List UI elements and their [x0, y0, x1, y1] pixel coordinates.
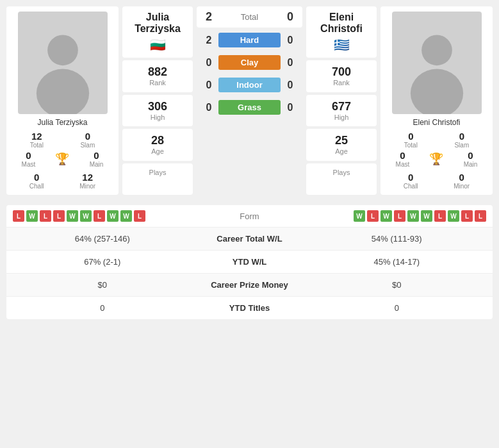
left-mast-val: 0	[22, 150, 36, 161]
form-badge-l: L	[94, 210, 105, 222]
right-high-label: High	[311, 113, 372, 121]
form-badge-w: W	[380, 210, 392, 222]
right-chall-label: Chall	[404, 183, 418, 190]
right-total-cell: 0 Total	[404, 131, 418, 149]
career-wl-right: 54% (111-93)	[307, 234, 487, 244]
form-badge-w: W	[421, 210, 432, 222]
right-stats-row-1: 0 Total 0 Slam	[386, 131, 487, 149]
titles-left: 0	[13, 303, 192, 313]
total-label: Total	[218, 12, 281, 22]
right-slam-val: 0	[454, 131, 469, 142]
right-form-badges: WLWLWWLWLL	[288, 210, 487, 222]
right-chall-val: 0	[404, 172, 418, 183]
form-row: LWLLWWLWWL Form WLWLWWLWLL	[6, 205, 493, 228]
grass-left-score: 0	[199, 102, 218, 113]
left-middle-stats: Julia Terziyska 🇧🇬 882 Rank 306 High 28 …	[122, 6, 193, 195]
right-minor-cell: 0 Minor	[454, 172, 470, 190]
left-rank-val: 882	[127, 65, 188, 79]
right-main-cell: 0 Main	[464, 150, 478, 168]
left-total-val: 12	[30, 131, 44, 142]
right-plays-label: Plays	[311, 169, 372, 176]
left-name-header: Julia Terziyska 🇧🇬	[122, 6, 193, 58]
ytd-wl-right: 45% (14-17)	[307, 257, 487, 267]
left-high-box: 306 High	[122, 95, 193, 127]
left-main-val: 0	[90, 150, 104, 161]
right-high-val: 677	[311, 100, 372, 113]
left-chall-cell: 0 Chall	[29, 172, 44, 190]
left-rank-label: Rank	[127, 79, 188, 87]
titles-label: YTD Titles	[192, 303, 307, 313]
right-age-box: 25 Age	[306, 129, 377, 161]
right-stats-row-3: 0 Chall 0 Minor	[386, 172, 487, 190]
right-slam-cell: 0 Slam	[454, 131, 469, 149]
prize-row: $0 Career Prize Money $0	[6, 274, 493, 297]
left-age-label: Age	[127, 147, 188, 155]
prize-label: Career Prize Money	[192, 280, 307, 290]
right-main-label: Main	[464, 161, 478, 168]
right-header-name: Eleni Christofi	[309, 12, 374, 35]
left-minor-val: 12	[79, 172, 95, 183]
left-flag: 🇧🇬	[125, 37, 190, 53]
left-minor-cell: 12 Minor	[79, 172, 95, 190]
left-player-name: Julia Terziyska	[38, 118, 88, 127]
titles-right: 0	[307, 303, 487, 313]
left-player-card: Julia Terziyska 12 Total 0 Slam 0 Mast	[6, 6, 119, 195]
indoor-left-score: 0	[199, 79, 218, 91]
indoor-row: 0 Indoor 0	[197, 75, 302, 95]
right-trophy-icon: 🏆	[429, 152, 443, 166]
main-container: Julia Terziyska 12 Total 0 Slam 0 Mast	[0, 0, 499, 319]
form-badge-w: W	[354, 210, 365, 222]
career-wl-left: 64% (257-146)	[13, 234, 192, 244]
clay-badge: Clay	[218, 55, 281, 70]
clay-row: 0 Clay 0	[197, 53, 302, 72]
right-mast-cell: 0 Mast	[396, 150, 410, 168]
form-badge-w: W	[67, 210, 78, 222]
left-rank-box: 882 Rank	[122, 60, 193, 92]
grass-row: 0 Grass 0	[197, 97, 302, 117]
svg-point-2	[421, 35, 452, 66]
left-player-stats: 12 Total 0 Slam 0 Mast 🏆 0	[12, 127, 113, 190]
right-rank-box: 700 Rank	[306, 60, 377, 92]
left-high-val: 306	[127, 100, 188, 113]
form-badge-w: W	[448, 210, 459, 222]
bottom-section: LWLLWWLWWL Form WLWLWWLWLL 64% (257-146)…	[6, 205, 493, 319]
right-mast-val: 0	[396, 150, 410, 161]
right-player-silhouette	[402, 31, 472, 114]
left-main-label: Main	[90, 161, 104, 168]
top-section: Julia Terziyska 12 Total 0 Slam 0 Mast	[0, 0, 499, 201]
left-player-silhouette	[28, 31, 98, 114]
right-chall-cell: 0 Chall	[404, 172, 418, 190]
form-label: Form	[211, 212, 288, 221]
left-slam-val: 0	[80, 131, 95, 142]
form-badge-w: W	[407, 210, 419, 222]
indoor-right-score: 0	[281, 79, 300, 91]
form-badge-w: W	[120, 210, 132, 222]
prize-right: $0	[307, 280, 487, 290]
center-col: 2 Total 0 2 Hard 0 0 Clay 0 0 Indoor 0 0	[197, 6, 302, 195]
career-wl-row: 64% (257-146) Career Total W/L 54% (111-…	[6, 228, 493, 251]
hard-row: 2 Hard 0	[197, 30, 302, 50]
hard-badge: Hard	[218, 33, 281, 47]
left-plays-label: Plays	[127, 169, 188, 176]
left-trophy-row: 0 Mast 🏆 0 Main	[12, 150, 113, 168]
ytd-wl-row: 67% (2-1) YTD W/L 45% (14-17)	[6, 251, 493, 274]
form-badge-l: L	[434, 210, 446, 222]
left-header-name: Julia Terziyska	[125, 12, 190, 35]
left-stats-row-1: 12 Total 0 Slam	[12, 131, 113, 149]
left-chall-label: Chall	[29, 183, 44, 190]
form-badge-l: L	[40, 210, 51, 222]
form-badge-w: W	[107, 210, 119, 222]
right-plays-box: Plays	[306, 163, 377, 195]
right-name-header: Eleni Christofi 🇬🇷	[306, 6, 377, 58]
left-player-avatar	[18, 12, 108, 114]
indoor-badge: Indoor	[218, 78, 281, 92]
left-trophy-icon: 🏆	[55, 152, 69, 166]
left-age-box: 28 Age	[122, 129, 193, 161]
right-player-avatar	[392, 12, 482, 114]
form-badge-l: L	[13, 210, 24, 222]
right-high-box: 677 High	[306, 95, 377, 127]
right-middle-stats: Eleni Christofi 🇬🇷 700 Rank 677 High 25 …	[306, 6, 377, 195]
form-badge-l: L	[394, 210, 405, 222]
svg-point-0	[47, 35, 78, 66]
left-minor-label: Minor	[79, 183, 95, 190]
